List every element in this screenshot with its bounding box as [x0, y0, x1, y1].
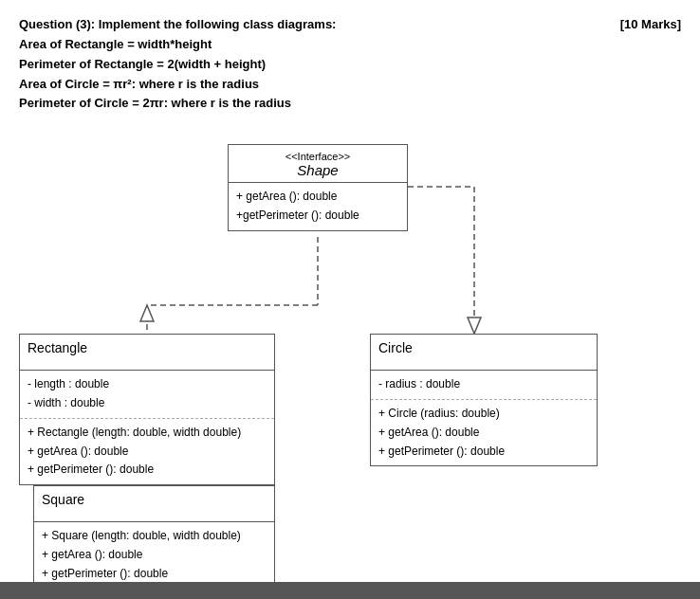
formulas-section: Area of Rectangle = width*height Perimet… — [19, 35, 681, 114]
formula-rect-area: Area of Rectangle = width*height — [19, 35, 681, 55]
circle-methods: + Circle (radius: double) + getArea (): … — [371, 400, 597, 465]
uml-diagram: <<Interface>> Shape + getArea (): double… — [19, 135, 683, 571]
shape-classname: Shape — [236, 162, 399, 178]
rect-method-1: + Rectangle (length: double, width doubl… — [28, 424, 267, 443]
rect-method-3: + getPerimeter (): double — [28, 461, 267, 480]
square-classname: Square — [42, 492, 267, 507]
shape-method-2: +getPerimeter (): double — [236, 207, 399, 226]
question-title: Question (3): Implement the following cl… — [19, 17, 336, 31]
square-title: Square — [34, 486, 274, 522]
circle-method-2: + getArea (): double — [378, 424, 589, 443]
rectangle-methods: + Rectangle (length: double, width doubl… — [20, 419, 274, 484]
formula-circle-perimeter: Perimeter of Circle = 2πr: where r is th… — [19, 94, 681, 114]
svg-marker-6 — [468, 318, 481, 334]
formula-circle-area: Area of Circle = πr²: where r is the rad… — [19, 75, 681, 95]
rect-method-2: + getArea (): double — [28, 443, 267, 462]
formula-rect-perimeter: Perimeter of Rectangle = 2(width + heigh… — [19, 55, 681, 75]
circle-method-3: + getPerimeter (): double — [378, 443, 589, 462]
square-method-1: + Square (length: double, width double) — [42, 527, 267, 546]
circle-attributes: - radius : double — [371, 371, 597, 400]
bottom-bar — [0, 582, 700, 599]
rectangle-attributes: - length : double - width : double — [20, 371, 274, 419]
circle-attr-1: - radius : double — [378, 375, 589, 394]
rect-attr-2: - width : double — [28, 394, 267, 413]
svg-marker-3 — [140, 305, 154, 321]
circle-title: Circle — [371, 335, 597, 371]
rectangle-title: Rectangle — [20, 335, 274, 371]
square-method-2: + getArea (): double — [42, 546, 267, 565]
shape-method-1: + getArea (): double — [236, 188, 399, 207]
shape-class-box: <<Interface>> Shape + getArea (): double… — [228, 144, 408, 231]
square-class-box: Square + Square (length: double, width d… — [33, 485, 275, 589]
rectangle-class-box: Rectangle - length : double - width : do… — [19, 334, 275, 485]
question-header: Question (3): Implement the following cl… — [19, 17, 681, 31]
circle-class-box: Circle - radius : double + Circle (radiu… — [370, 334, 598, 466]
square-methods: + Square (length: double, width double) … — [34, 522, 274, 588]
circle-method-1: + Circle (radius: double) — [378, 405, 589, 424]
square-method-3: + getPerimeter (): double — [42, 565, 267, 584]
rectangle-classname: Rectangle — [28, 340, 267, 355]
circle-classname: Circle — [378, 340, 589, 355]
shape-methods: + getArea (): double +getPerimeter (): d… — [229, 183, 407, 230]
shape-title: <<Interface>> Shape — [229, 145, 407, 183]
shape-stereotype: <<Interface>> — [236, 151, 399, 162]
marks-label: [10 Marks] — [620, 17, 681, 31]
rect-attr-1: - length : double — [28, 375, 267, 394]
